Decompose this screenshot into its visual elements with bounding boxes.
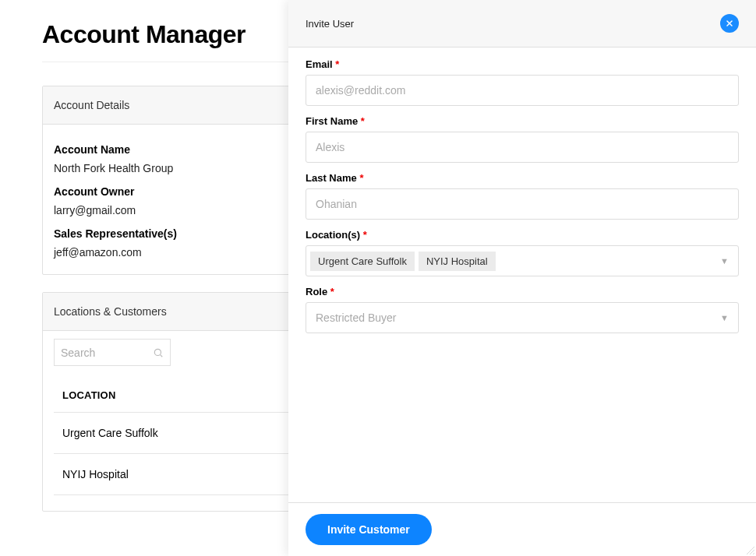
invite-customer-button[interactable]: Invite Customer (306, 514, 432, 545)
email-field[interactable] (306, 75, 739, 106)
svg-line-1 (161, 354, 163, 357)
chevron-down-icon: ▼ (720, 313, 729, 322)
svg-line-6 (753, 553, 754, 554)
invite-user-panel: Invite User Email * First Name * Last Na… (288, 0, 756, 556)
chevron-down-icon: ▼ (720, 256, 729, 266)
first-name-field[interactable] (306, 132, 739, 163)
role-value: Restricted Buyer (316, 311, 396, 324)
panel-footer: Invite Customer (288, 502, 756, 556)
role-select[interactable]: Restricted Buyer ▼ (306, 302, 739, 333)
close-icon (725, 19, 734, 28)
search-input[interactable] (61, 347, 153, 359)
last-name-field[interactable] (306, 188, 739, 220)
panel-body: Email * First Name * Last Name * Locatio… (288, 48, 756, 502)
panel-header: Invite User (288, 0, 756, 48)
panel-title: Invite User (306, 18, 354, 30)
locations-label: Location(s) * (306, 229, 739, 241)
location-chip[interactable]: NYIJ Hospital (419, 252, 496, 271)
first-name-label: First Name * (306, 115, 739, 127)
svg-point-0 (154, 349, 161, 355)
role-label: Role * (306, 286, 739, 297)
close-button[interactable] (720, 14, 739, 33)
search-icon (153, 347, 164, 358)
search-wrapper[interactable] (54, 339, 171, 366)
resize-handle-icon (745, 545, 754, 554)
location-chip[interactable]: Urgent Care Suffolk (310, 252, 415, 271)
locations-select[interactable]: Urgent Care Suffolk NYIJ Hospital ▼ (306, 245, 739, 276)
last-name-label: Last Name * (306, 172, 739, 184)
email-label: Email * (306, 58, 739, 70)
